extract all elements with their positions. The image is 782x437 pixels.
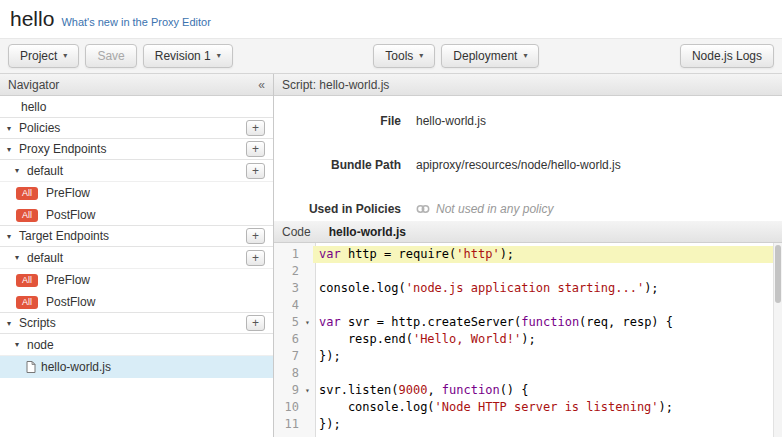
code-token: function: [521, 315, 579, 329]
nav-item-preflow[interactable]: AllPreFlow: [0, 269, 273, 291]
nav-item-hello[interactable]: hello: [0, 96, 273, 118]
add-button[interactable]: +: [246, 163, 265, 179]
fold-arrow-icon[interactable]: ▾: [302, 314, 313, 331]
code-line[interactable]: 10 console.log('Node HTTP server is list…: [274, 399, 782, 416]
code-text[interactable]: var svr = http.createServer(function(req…: [313, 314, 782, 331]
collapse-navigator-button[interactable]: «: [258, 78, 265, 92]
code-line[interactable]: 9▾svr.listen(9000, function() {: [274, 382, 782, 399]
code-line[interactable]: 8: [274, 365, 782, 382]
code-token: http = require(: [341, 247, 457, 261]
deployment-button-label: Deployment: [453, 49, 517, 63]
nav-item-label: Target Endpoints: [19, 229, 109, 243]
code-token: resp.end(: [319, 332, 413, 346]
code-filename-tab[interactable]: hello-world.js: [329, 225, 406, 239]
code-editor[interactable]: 1var http = require('http');23console.lo…: [274, 243, 782, 437]
disclosure-triangle-icon[interactable]: ▾: [7, 145, 19, 154]
field-value-text: Not used in any policy: [436, 202, 553, 216]
nodejs-logs-button[interactable]: Node.js Logs: [680, 44, 774, 68]
disclosure-triangle-icon[interactable]: ▾: [7, 319, 19, 328]
script-header: Script: hello-world.js: [274, 74, 782, 96]
code-line[interactable]: 2: [274, 263, 782, 280]
code-token: ,: [427, 383, 441, 397]
code-text[interactable]: console.log('Node HTTP server is listeni…: [313, 399, 782, 416]
code-token: );: [521, 332, 535, 346]
nav-item-label: default: [27, 251, 63, 265]
fold-arrow-icon[interactable]: ▾: [302, 382, 313, 399]
nav-item-default[interactable]: ▾default+: [0, 247, 273, 269]
disclosure-triangle-icon[interactable]: ▾: [7, 232, 19, 241]
code-token: var: [319, 315, 341, 329]
deployment-button[interactable]: Deployment ▾: [441, 44, 539, 68]
add-button[interactable]: +: [246, 250, 265, 266]
code-text[interactable]: });: [313, 348, 782, 365]
code-text[interactable]: [313, 365, 782, 382]
nav-item-preflow[interactable]: AllPreFlow: [0, 182, 273, 204]
field-label: Used in Policies: [274, 202, 416, 216]
code-line[interactable]: 1var http = require('http');: [274, 246, 782, 263]
code-text[interactable]: [313, 263, 782, 280]
field-label: Bundle Path: [274, 158, 416, 172]
code-line[interactable]: 11});: [274, 416, 782, 433]
code-section-label: Code: [282, 225, 311, 239]
nav-item-postflow[interactable]: AllPostFlow: [0, 204, 273, 226]
nav-item-policies[interactable]: ▾Policies+: [0, 117, 273, 139]
whats-new-link[interactable]: What's new in the Proxy Editor: [61, 16, 210, 28]
code-text[interactable]: });: [313, 416, 782, 433]
add-button[interactable]: +: [246, 141, 265, 157]
add-button[interactable]: +: [246, 315, 265, 331]
nav-item-postflow[interactable]: AllPostFlow: [0, 291, 273, 313]
fold-gutter: [302, 416, 313, 433]
nav-item-label: default: [27, 164, 63, 178]
chevron-down-icon: ▾: [419, 52, 423, 60]
code-text[interactable]: svr.listen(9000, function() {: [313, 382, 782, 399]
editor-scrollbar[interactable]: [773, 243, 782, 437]
code-token: 'node.js application starting...': [406, 281, 644, 295]
add-button[interactable]: +: [246, 228, 265, 244]
content-area: Navigator « hello▾Policies+▾Proxy Endpoi…: [0, 74, 782, 437]
code-token: console.log(: [319, 400, 435, 414]
nav-item-node[interactable]: ▾node: [0, 334, 273, 356]
disclosure-triangle-icon[interactable]: ▾: [15, 340, 27, 349]
code-text[interactable]: [313, 297, 782, 314]
code-token: );: [644, 281, 658, 295]
line-number: 5: [274, 314, 302, 331]
code-token: 9000: [398, 383, 427, 397]
nav-item-label: Proxy Endpoints: [19, 142, 106, 156]
disclosure-triangle-icon[interactable]: ▾: [15, 253, 27, 262]
project-button-label: Project: [20, 49, 57, 63]
code-line[interactable]: 6 resp.end('Hello, World!');: [274, 331, 782, 348]
nav-item-target-endpoints[interactable]: ▾Target Endpoints+: [0, 225, 273, 247]
project-button[interactable]: Project ▾: [8, 44, 79, 68]
code-token: 'http': [456, 247, 499, 261]
nav-item-scripts[interactable]: ▾Scripts+: [0, 312, 273, 334]
nav-item-proxy-endpoints[interactable]: ▾Proxy Endpoints+: [0, 138, 273, 160]
code-line[interactable]: 3console.log('node.js application starti…: [274, 280, 782, 297]
field-value: hello-world.js: [416, 114, 486, 128]
nav-item-hello-world-js[interactable]: hello-world.js: [0, 356, 273, 378]
disclosure-triangle-icon[interactable]: ▾: [15, 166, 27, 175]
tools-button[interactable]: Tools ▾: [373, 44, 435, 68]
code-token: });: [319, 417, 341, 431]
code-line[interactable]: 4: [274, 297, 782, 314]
save-button[interactable]: Save: [85, 44, 136, 68]
code-text[interactable]: var http = require('http');: [313, 246, 782, 263]
fold-gutter: [302, 331, 313, 348]
fold-gutter: [302, 297, 313, 314]
code-text[interactable]: console.log('node.js application startin…: [313, 280, 782, 297]
chevron-down-icon: ▾: [217, 52, 221, 60]
revision-button[interactable]: Revision 1 ▾: [143, 44, 233, 68]
code-line[interactable]: 5▾var svr = http.createServer(function(r…: [274, 314, 782, 331]
flow-condition-badge: All: [16, 209, 38, 222]
nav-item-default[interactable]: ▾default+: [0, 160, 273, 182]
fold-gutter: [302, 399, 313, 416]
code-token: console.log(: [319, 281, 406, 295]
code-token: );: [659, 400, 673, 414]
disclosure-triangle-icon[interactable]: ▾: [7, 124, 19, 133]
code-line[interactable]: 7});: [274, 348, 782, 365]
code-text[interactable]: resp.end('Hello, World!');: [313, 331, 782, 348]
add-button[interactable]: +: [246, 120, 265, 136]
script-header-title: Script: hello-world.js: [282, 78, 389, 92]
scrollbar-thumb[interactable]: [775, 245, 781, 303]
line-number: 2: [274, 263, 302, 280]
tools-button-label: Tools: [385, 49, 413, 63]
